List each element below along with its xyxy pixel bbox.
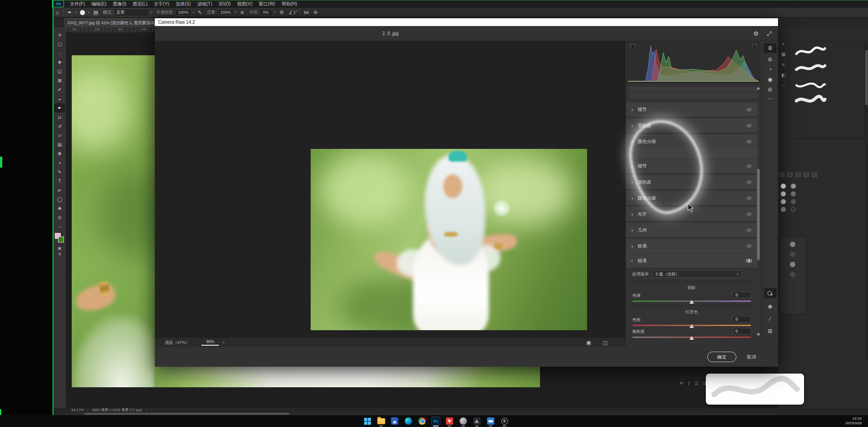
histogram[interactable] — [628, 42, 759, 83]
clone-stamp-tool-icon[interactable]: ⊔ — [54, 112, 65, 121]
opacity-input[interactable]: 100% — [175, 9, 191, 16]
brush-settings-panel-icon[interactable]: ▤ — [91, 10, 100, 16]
properties-icon[interactable]: ≡ — [782, 62, 785, 67]
panel-tab[interactable] — [804, 173, 809, 177]
settings-scrollbar[interactable] — [757, 87, 761, 336]
crop-tool-icon[interactable]: ◱ — [54, 67, 65, 76]
mode-select[interactable]: 正常 — [114, 9, 149, 16]
swatch[interactable] — [790, 262, 795, 267]
channels-icon[interactable]: ◧ — [781, 73, 785, 78]
cancel-button[interactable]: 取消 — [747, 354, 756, 360]
visibility-eye-icon[interactable] — [746, 244, 752, 248]
swatch[interactable] — [790, 242, 795, 247]
lasso-tool-icon[interactable]: ◌ — [54, 48, 65, 58]
smudge-tool-icon[interactable]: ❋ — [54, 149, 65, 158]
patterns-icon[interactable]: ▦ — [781, 52, 785, 57]
menu-item[interactable]: 文字(Y) — [151, 0, 172, 8]
scroll-up-icon[interactable] — [757, 87, 760, 90]
slider-thumb[interactable] — [689, 324, 694, 328]
chrome-browser-icon[interactable] — [418, 417, 426, 425]
gradient-tool-icon[interactable]: ▤ — [54, 140, 65, 149]
zoom-tool-icon[interactable]: ⊙ — [54, 213, 65, 222]
more-tools-icon[interactable]: ⋯ — [54, 222, 65, 231]
file-explorer-icon[interactable] — [377, 417, 385, 425]
pressure-opacity-icon[interactable]: ✎ — [196, 10, 204, 16]
link-layers-icon[interactable]: ⟲ — [680, 381, 683, 385]
brush-size-preview[interactable] — [80, 10, 85, 15]
move-tool-icon[interactable]: ✛ — [54, 30, 65, 39]
swatch[interactable] — [790, 252, 795, 257]
start-button[interactable] — [363, 417, 371, 425]
brush-tool-icon[interactable]: ✒ — [54, 103, 65, 112]
chevron-down-icon[interactable]: ∨ — [192, 11, 195, 14]
tint-slider[interactable] — [632, 300, 751, 302]
gray-circle-app-icon[interactable] — [459, 417, 467, 425]
menu-item[interactable]: 文件(F) — [67, 0, 88, 8]
red-app-icon[interactable] — [445, 417, 454, 425]
menu-item[interactable]: 3D(D) — [215, 0, 234, 8]
chevron-down-icon[interactable]: ∨ — [222, 341, 225, 344]
visibility-eye-icon[interactable] — [746, 259, 752, 263]
visibility-eye-icon[interactable] — [746, 140, 752, 143]
smoothing-input[interactable]: 0% — [260, 9, 273, 16]
chevron-down-icon[interactable]: ∨ — [274, 11, 276, 14]
blue-app-icon[interactable] — [487, 417, 495, 425]
visibility-eye-icon[interactable] — [746, 212, 752, 216]
fan-app-icon[interactable]: ✻ — [500, 417, 508, 425]
masking-icon[interactable]: ◔ — [764, 64, 777, 74]
highlight-clipping-icon[interactable] — [752, 43, 757, 48]
process-version-select[interactable]: 5 版（当前） ∨ — [652, 270, 742, 278]
menu-item[interactable]: 选择(S) — [172, 0, 194, 8]
frame-tool-icon[interactable]: ⊠ — [54, 76, 65, 85]
shape-tool-icon[interactable]: ◯ — [54, 195, 65, 204]
brush-stroke-thumbnail[interactable] — [794, 62, 827, 74]
brush-angle-value[interactable]: 1° — [293, 10, 297, 15]
visibility-eye-icon[interactable] — [746, 228, 752, 232]
swatch[interactable] — [791, 199, 796, 204]
document-tab[interactable]: DXQ_0677.jpg @ 41% (混合颜色 1, 图层蒙版/8) * × — [64, 18, 168, 27]
brush-stroke-thumbnail[interactable] — [794, 95, 827, 106]
chevron-down-icon[interactable]: ∨ — [150, 11, 153, 14]
visibility-eye-icon[interactable] — [746, 180, 752, 184]
quick-mask-icon[interactable]: ▣ — [54, 245, 65, 251]
panel-tab[interactable] — [779, 173, 784, 177]
screen-mode-icon[interactable]: ⧉ — [54, 251, 65, 258]
dark-app-icon[interactable] — [473, 417, 481, 425]
taskbar-clock[interactable]: 22:29 2023/3/28 — [845, 416, 862, 426]
hue-slider[interactable] — [632, 325, 751, 326]
visibility-eye-icon[interactable] — [746, 124, 752, 127]
photoshop-taskbar-icon[interactable]: Ps — [432, 417, 440, 425]
menu-item[interactable]: 窗口(W) — [255, 0, 278, 8]
more-panels-icon[interactable]: ⋯ — [781, 83, 786, 88]
layer-effects-icon[interactable]: ƒ — [688, 381, 690, 385]
visibility-eye-icon[interactable] — [746, 108, 752, 111]
chevron-down-icon[interactable]: ∨ — [88, 11, 90, 14]
type-tool-icon[interactable]: T — [54, 176, 65, 185]
slider-thumb[interactable] — [689, 336, 694, 340]
swatch[interactable] — [791, 207, 796, 212]
saturation-value[interactable]: 0 — [733, 328, 751, 334]
edit-panel-icon[interactable]: ≣ — [764, 43, 777, 53]
smoothing-gear-icon[interactable]: ⚙ — [277, 10, 286, 16]
eraser-tool-icon[interactable]: ▱ — [54, 131, 65, 140]
photos-app-icon[interactable] — [391, 417, 399, 425]
swatch[interactable] — [781, 199, 786, 204]
panel-tab[interactable] — [812, 173, 817, 177]
zoom-percent[interactable]: 54.17% — [71, 408, 84, 412]
marquee-tool-icon[interactable]: ▢ — [54, 39, 65, 48]
scrollbar-thumb[interactable] — [757, 169, 760, 260]
before-after-view-icon[interactable]: ◫ — [603, 340, 608, 346]
menu-item[interactable]: 滤镜(T) — [194, 0, 216, 8]
path-selection-tool-icon[interactable]: ⊳ — [54, 185, 65, 195]
hand-tool-icon[interactable]: ✥ — [54, 204, 65, 213]
swatch[interactable] — [781, 207, 786, 212]
calibration-section-row[interactable]: › 校准 — [626, 253, 757, 268]
saturation-slider[interactable] — [632, 337, 751, 338]
camera-raw-preview[interactable] — [155, 41, 626, 338]
fullscreen-expand-icon[interactable]: ⤢ — [767, 30, 772, 37]
ok-button[interactable]: 确定 — [707, 352, 736, 362]
hue-value[interactable]: 0 — [733, 316, 751, 322]
panel-scrollbar[interactable] — [865, 41, 868, 361]
home-icon[interactable]: ⌂ — [53, 10, 61, 15]
scroll-down-icon[interactable] — [757, 333, 760, 336]
